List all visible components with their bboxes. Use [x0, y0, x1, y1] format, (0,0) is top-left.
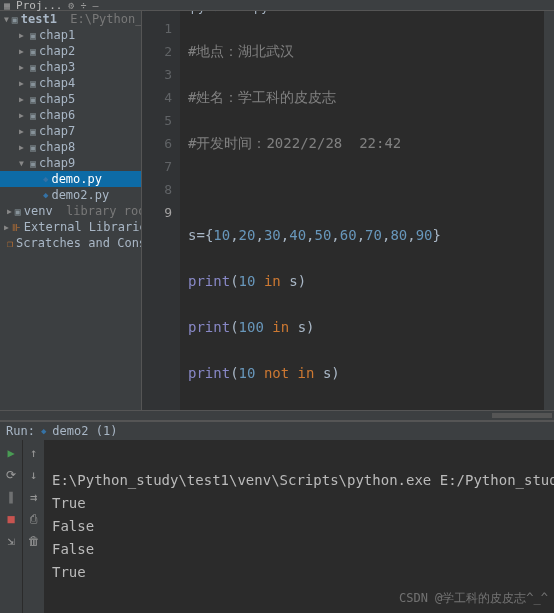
- python-icon: ◆: [43, 190, 48, 200]
- folder-icon: ▣: [30, 94, 36, 105]
- chevron-right-icon[interactable]: ▶: [19, 111, 27, 120]
- folder-icon: ▣: [15, 206, 21, 217]
- chevron-right-icon[interactable]: ▶: [7, 207, 12, 216]
- folder-icon: ▣: [30, 78, 36, 89]
- up-icon[interactable]: ↑: [30, 446, 37, 460]
- divider-icon: ÷: [80, 0, 86, 11]
- library-icon: ⊪: [12, 222, 21, 233]
- folder-icon: ▣: [12, 14, 18, 25]
- editor-scrollbar-horizontal[interactable]: [0, 410, 554, 420]
- play-icon[interactable]: ▶: [7, 446, 14, 460]
- scratches-icon: ❐: [7, 238, 13, 249]
- project-sidebar: ▼ ▣ test1 E:\Python_study\te ▶▣chap1▶▣ch…: [0, 11, 142, 410]
- line-gutter: 123456789: [142, 11, 180, 410]
- folder-node[interactable]: ▶▣chap1: [0, 27, 141, 43]
- chevron-down-icon[interactable]: ▼: [19, 159, 27, 168]
- run-toolbar-right: ↑ ↓ ⇉ ⎙ 🗑: [22, 440, 44, 613]
- console-output[interactable]: E:\Python_study\test1\venv\Scripts\pytho…: [44, 440, 554, 613]
- down-icon[interactable]: ↓: [30, 468, 37, 482]
- chevron-right-icon[interactable]: ▶: [19, 31, 27, 40]
- file-node[interactable]: ◆demo2.py: [0, 187, 141, 203]
- close-icon[interactable]: ×: [205, 11, 212, 14]
- close-icon[interactable]: ×: [268, 11, 275, 14]
- venv-node[interactable]: ▶ ▣ venv library root: [0, 203, 141, 219]
- scratches-node[interactable]: ❐ Scratches and Consoles: [0, 235, 141, 251]
- python-icon: ◆: [43, 174, 48, 184]
- run-config-name[interactable]: demo2 (1): [52, 424, 117, 438]
- external-libraries[interactable]: ▶ ⊪ External Libraries: [0, 219, 141, 235]
- run-header: Run: ◆ demo2 (1): [0, 422, 554, 440]
- chevron-right-icon[interactable]: ▶: [4, 223, 9, 232]
- python-icon: ◆: [41, 426, 46, 436]
- folder-icon: ▣: [30, 110, 36, 121]
- top-toolbar: ▦ Proj... ⚙ ÷ —: [0, 0, 554, 11]
- chevron-down-icon[interactable]: ▼: [4, 15, 9, 24]
- chevron-right-icon[interactable]: ▶: [19, 47, 27, 56]
- folder-node[interactable]: ▶▣chap8: [0, 139, 141, 155]
- minimize-icon[interactable]: —: [92, 0, 98, 11]
- folder-node[interactable]: ▶▣chap7: [0, 123, 141, 139]
- run-toolbar-left: ▶ ⟳ ∥ ■ ⇲: [0, 440, 22, 613]
- folder-node[interactable]: ▶▣chap2: [0, 43, 141, 59]
- exit-icon[interactable]: ⇲: [7, 534, 14, 548]
- folder-icon: ▣: [30, 46, 36, 57]
- project-root[interactable]: ▼ ▣ test1 E:\Python_study\te: [0, 11, 141, 27]
- gear-icon[interactable]: ⚙: [68, 0, 74, 11]
- chevron-right-icon[interactable]: ▶: [19, 127, 27, 136]
- folder-icon: ▣: [30, 158, 36, 169]
- stop-icon[interactable]: ■: [7, 512, 14, 526]
- folder-icon: ▣: [30, 126, 36, 137]
- chevron-right-icon[interactable]: ▶: [19, 143, 27, 152]
- folder-node[interactable]: ▶▣chap5: [0, 91, 141, 107]
- rerun-icon[interactable]: ⟳: [6, 468, 16, 482]
- folder-icon: ▣: [30, 142, 36, 153]
- pause-icon[interactable]: ∥: [8, 490, 14, 504]
- trash-icon[interactable]: 🗑: [28, 534, 40, 548]
- folder-node[interactable]: ▶▣chap3: [0, 59, 141, 75]
- chevron-right-icon[interactable]: ▶: [19, 79, 27, 88]
- editor-scrollbar-vertical[interactable]: [544, 11, 554, 410]
- folder-icon: ▣: [30, 30, 36, 41]
- print-icon[interactable]: ⎙: [30, 512, 37, 526]
- wrap-icon[interactable]: ⇉: [30, 490, 37, 504]
- editor[interactable]: ◆demo2.py×◆demo.py× 123456789 ⊟#地点：湖北武汉 …: [142, 11, 554, 410]
- folder-node[interactable]: ▶▣chap6: [0, 107, 141, 123]
- chevron-right-icon[interactable]: ▶: [19, 95, 27, 104]
- folder-node[interactable]: ▶▣chap4: [0, 75, 141, 91]
- folder-icon: ▣: [30, 62, 36, 73]
- file-node[interactable]: ◆demo.py: [0, 171, 141, 187]
- project-icon: ▦: [4, 0, 10, 11]
- run-label: Run:: [6, 424, 35, 438]
- run-panel: Run: ◆ demo2 (1) ▶ ⟳ ∥ ■ ⇲ ↑ ↓ ⇉ ⎙ 🗑 E:\…: [0, 420, 554, 613]
- folder-node[interactable]: ▼▣chap9: [0, 155, 141, 171]
- project-label[interactable]: Proj...: [16, 0, 62, 12]
- chevron-right-icon[interactable]: ▶: [19, 63, 27, 72]
- code-area[interactable]: ⊟#地点：湖北武汉 #姓名：学工科的皮皮志 ⌞#开发时间：2022/2/28 2…: [180, 11, 554, 410]
